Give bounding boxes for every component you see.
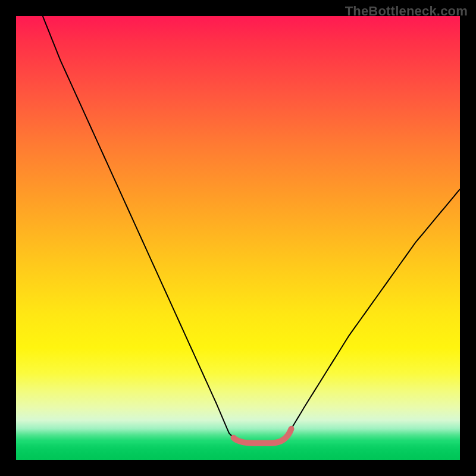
bottleneck-curve-right — [292, 189, 460, 429]
bottleneck-flat-highlight — [234, 429, 292, 443]
bottleneck-curve-left — [43, 16, 234, 438]
curve-layer — [16, 16, 460, 460]
chart-outer-frame: TheBottleneck.com — [0, 0, 476, 476]
watermark-text: TheBottleneck.com — [345, 4, 468, 19]
plot-area — [16, 16, 460, 460]
